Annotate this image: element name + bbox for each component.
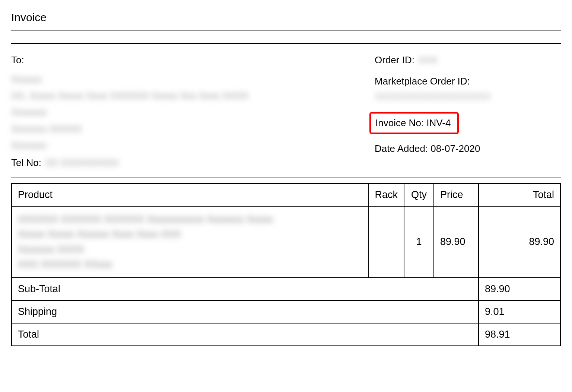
rule-top-1 xyxy=(11,31,561,31)
date-added-value: 08-07-2020 xyxy=(430,143,480,154)
marketplace-order-id-value-redacted: XXXXXXXXXXXXXXXXXX xyxy=(375,91,561,102)
invoice-no-highlight: Invoice No: INV-4 xyxy=(369,112,459,134)
order-id-label: Order ID: xyxy=(375,54,414,66)
date-added-label: Date Added: xyxy=(375,143,428,154)
tel-label: Tel No: xyxy=(11,157,41,169)
col-rack: Rack xyxy=(368,184,404,206)
product-cell: XXXXXX XXXXXX XXXXXX Xxxxxxxxxxx Xxxxxxx… xyxy=(12,206,368,278)
summary-row-total: Total 98.91 xyxy=(12,323,560,346)
col-product: Product xyxy=(12,184,368,206)
table-header-row: Product Rack Qty Price Total xyxy=(12,184,560,206)
recipient-address-redacted: Xxxxxx XX, Xxxxx Xxxxx Xxxx XXXXXX Xxxxx… xyxy=(11,71,360,153)
tel-row: Tel No: XX XXXXXXXXX xyxy=(11,157,360,169)
tel-value-redacted: XX XXXXXXXXX xyxy=(45,157,119,169)
summary-row-shipping: Shipping 9.01 xyxy=(12,300,560,323)
invoice-no-label: Invoice No: xyxy=(375,117,424,128)
date-added-field: Date Added: 08-07-2020 xyxy=(375,143,561,154)
invoice-no-value: INV-4 xyxy=(426,117,451,128)
col-total: Total xyxy=(479,184,560,206)
to-label: To: xyxy=(11,54,360,66)
recipient-block: To: Xxxxxx XX, Xxxxx Xxxxx Xxxx XXXXXX X… xyxy=(11,54,375,169)
shipping-value: 9.01 xyxy=(479,300,560,323)
table-row: XXXXXX XXXXXX XXXXXX Xxxxxxxxxxx Xxxxxxx… xyxy=(12,206,560,278)
rack-cell xyxy=(368,206,404,278)
product-name-redacted: XXXXXX XXXXXX XXXXXX Xxxxxxxxxxx Xxxxxxx… xyxy=(18,212,362,272)
line-total-cell: 89.90 xyxy=(479,206,560,278)
total-label: Total xyxy=(12,323,479,346)
total-value: 98.91 xyxy=(479,323,560,346)
col-price: Price xyxy=(434,184,479,206)
col-qty: Qty xyxy=(404,184,434,206)
marketplace-order-id-label: Marketplace Order ID: xyxy=(375,76,470,87)
info-row: To: Xxxxxx XX, Xxxxx Xxxxx Xxxx XXXXXX X… xyxy=(11,44,561,178)
order-meta-block: Order ID: XXX Marketplace Order ID: XXXX… xyxy=(375,54,561,169)
order-id-field: Order ID: XXX xyxy=(375,54,561,66)
summary-row-subtotal: Sub-Total 89.90 xyxy=(12,278,560,300)
line-items-table: Product Rack Qty Price Total XXXXXX XXXX… xyxy=(11,183,561,346)
rule-above-table xyxy=(11,178,561,178)
shipping-label: Shipping xyxy=(12,300,479,323)
subtotal-label: Sub-Total xyxy=(12,278,479,300)
subtotal-value: 89.90 xyxy=(479,278,560,300)
page-title: Invoice xyxy=(11,11,561,24)
qty-cell: 1 xyxy=(404,206,434,278)
order-id-value-redacted: XXX xyxy=(418,54,438,66)
price-cell: 89.90 xyxy=(434,206,479,278)
marketplace-order-id-field: Marketplace Order ID: XXXXXXXXXXXXXXXXXX xyxy=(375,76,561,102)
